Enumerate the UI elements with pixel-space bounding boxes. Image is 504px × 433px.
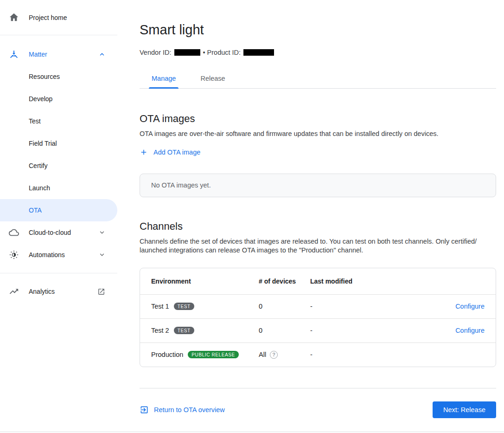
exit-to-app-icon [140,405,149,414]
sidebar-item-label: Project home [29,14,67,21]
last-modified-value: - [310,327,455,334]
sidebar-item-label: Analytics [29,288,55,295]
sidebar-item-label: Test [29,117,41,125]
configure-link[interactable]: Configure [455,303,485,310]
tab-manage[interactable]: Manage [152,75,176,88]
sidebar-item-automations[interactable]: Automations [0,244,117,266]
return-link-label: Return to OTA overview [154,406,225,414]
automations-icon [8,249,19,260]
channels-table: Environment # of devices Last modified T… [140,268,496,367]
sidebar-item-project-home[interactable]: Project home [0,6,117,29]
devices-count: All [259,351,266,358]
footer-actions: Return to OTA overview Next: Release [140,401,496,418]
ota-images-title: OTA images [140,113,496,125]
ota-images-empty-state: No OTA images yet. [140,174,496,197]
sidebar-item-resources[interactable]: Resources [0,65,117,88]
configure-link[interactable]: Configure [455,327,485,334]
footer-divider [140,388,496,388]
sidebar-item-label: Launch [29,184,50,192]
last-modified-value: - [310,303,455,310]
ota-images-description: OTA images are over-the-air software and… [140,129,485,139]
product-id-label: Product ID: [207,49,241,56]
sidebar-divider [0,273,117,273]
add-ota-image-label: Add OTA image [153,149,200,156]
sidebar-item-label: Develop [29,95,52,103]
table-row: Production PUBLIC RELEASE All ? - [140,343,496,367]
home-icon [8,12,19,23]
environment-name: Test 2 [151,327,169,334]
channels-title: Channels [140,220,496,233]
sidebar-item-label: OTA [29,207,42,214]
cloud-icon [8,227,19,238]
add-ota-image-button[interactable]: Add OTA image [140,148,200,156]
sidebar-item-test[interactable]: Test [0,110,117,132]
plus-icon [140,148,148,156]
product-id-redacted-value [243,49,274,56]
chevron-down-icon [99,229,105,236]
sidebar-item-launch[interactable]: Launch [0,177,117,199]
header-environment: Environment [151,278,259,285]
status-badge: TEST [174,303,194,310]
sidebar-item-analytics[interactable]: Analytics [0,280,117,303]
environment-name: Production [151,351,183,358]
page-title: Smart light [140,22,496,38]
sidebar-item-cloud-to-cloud[interactable]: Cloud-to-cloud [0,221,117,244]
open-in-new-icon [97,288,105,296]
environment-name: Test 1 [151,303,169,310]
meta-separator: • [203,49,205,56]
matter-logo-icon [8,49,19,60]
help-icon[interactable]: ? [270,351,278,359]
chevron-down-icon [99,252,105,258]
devices-count: 0 [259,327,310,334]
sidebar-divider [0,35,117,35]
tab-bar: Manage Release [140,75,496,89]
next-release-button[interactable]: Next: Release [433,401,496,418]
sidebar-item-label: Cloud-to-cloud [29,229,71,236]
sidebar-item-label: Resources [29,73,60,80]
return-to-ota-overview-link[interactable]: Return to OTA overview [140,405,225,414]
sidebar-item-develop[interactable]: Develop [0,88,117,110]
trending-up-icon [8,286,19,297]
status-badge: TEST [174,327,194,334]
vendor-id-redacted-value [174,49,200,56]
table-row: Test 1 TEST 0 - Configure [140,294,496,318]
sidebar-item-label: Certify [29,162,47,169]
tab-release[interactable]: Release [200,75,225,88]
sidebar-item-label: Automations [29,251,65,259]
empty-message: No OTA images yet. [151,181,211,189]
channels-description: Channels define the set of devices that … [140,237,485,255]
product-meta: Vendor ID: • Product ID: [140,49,496,56]
vendor-id-label: Vendor ID: [140,49,172,56]
sidebar-item-certify[interactable]: Certify [0,155,117,177]
devices-count: 0 [259,303,310,310]
chevron-up-icon [99,51,105,58]
last-modified-value: - [310,351,485,358]
table-header-row: Environment # of devices Last modified [140,268,496,294]
sidebar-item-label: Matter [29,51,47,58]
sidebar: Project home Matter Resources Develop Te… [0,0,117,303]
sidebar-item-field-trial[interactable]: Field Trial [0,132,117,155]
page-bottom-border [0,432,504,432]
header-devices: # of devices [259,278,310,285]
sidebar-item-label: Field Trial [29,140,57,147]
main-content: Smart light Vendor ID: • Product ID: Man… [140,0,496,418]
sidebar-item-ota[interactable]: OTA [0,199,117,221]
header-last-modified: Last modified [310,278,485,285]
sidebar-item-matter[interactable]: Matter [0,43,117,65]
status-badge: PUBLIC RELEASE [188,351,238,358]
table-row: Test 2 TEST 0 - Configure [140,318,496,343]
